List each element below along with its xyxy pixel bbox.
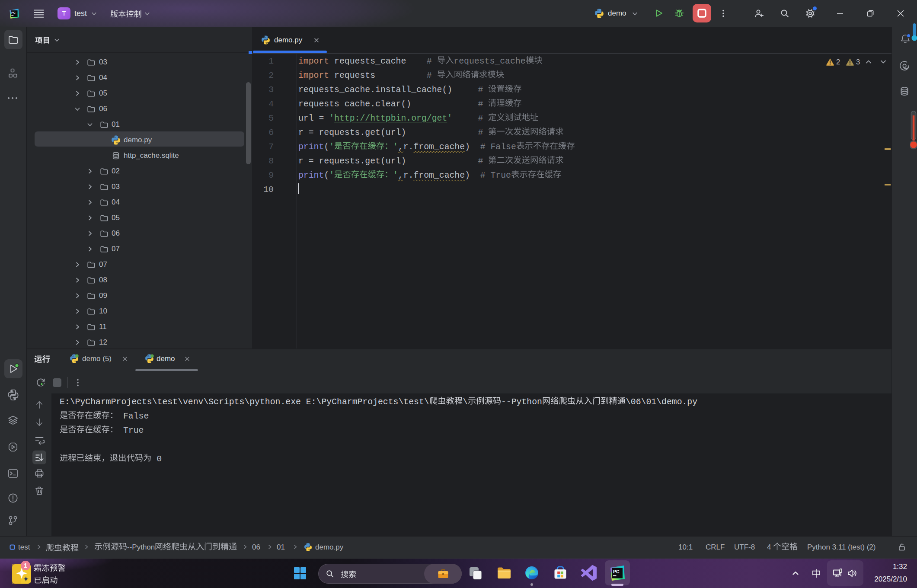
svg-text:PC: PC	[613, 569, 620, 574]
svg-text:PC: PC	[11, 11, 16, 14]
